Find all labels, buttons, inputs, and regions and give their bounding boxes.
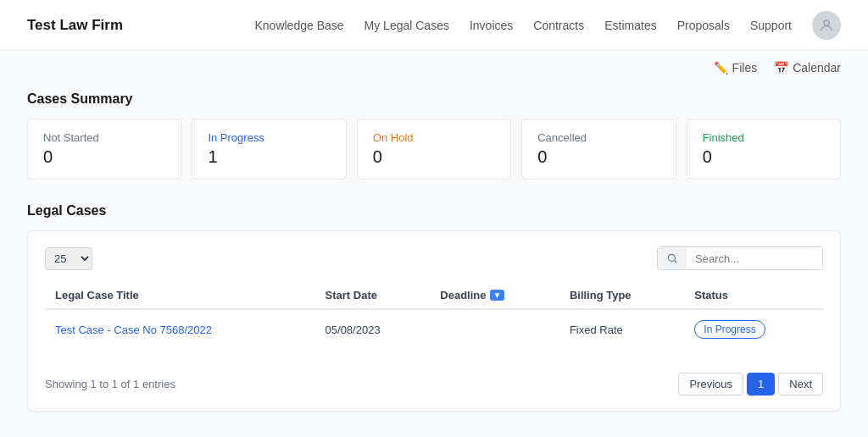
card-in-progress: In Progress 1 bbox=[192, 119, 346, 180]
avatar[interactable] bbox=[812, 11, 841, 40]
table-controls: 25 50 100 bbox=[45, 246, 823, 270]
nav-knowledge-base[interactable]: Knowledge Base bbox=[254, 19, 343, 32]
cell-case-title: Test Case - Case No 7568/2022 bbox=[45, 309, 315, 349]
legal-cases-panel: 25 50 100 bbox=[27, 230, 841, 412]
card-on-hold: On Hold 0 bbox=[357, 119, 511, 180]
th-legal-case-title: Legal Case Title bbox=[45, 282, 315, 309]
th-billing-type: Billing Type bbox=[559, 282, 684, 309]
status-badge: In Progress bbox=[694, 320, 765, 339]
search-input[interactable] bbox=[687, 248, 822, 269]
showing-text: Showing 1 to 1 of 1 entries bbox=[45, 378, 175, 390]
svg-point-1 bbox=[668, 254, 675, 261]
pagination-row: Showing 1 to 1 of 1 entries Previous 1 N… bbox=[45, 364, 823, 396]
search-icon-button[interactable] bbox=[658, 247, 687, 269]
card-finished: Finished 0 bbox=[687, 119, 841, 180]
calendar-button[interactable]: 📅 Calendar bbox=[774, 61, 841, 75]
svg-point-0 bbox=[824, 20, 829, 25]
case-title-link[interactable]: Test Case - Case No 7568/2022 bbox=[55, 324, 212, 336]
cell-status: In Progress bbox=[684, 309, 823, 349]
card-not-started-value: 0 bbox=[43, 147, 165, 167]
card-cancelled-value: 0 bbox=[537, 147, 659, 167]
cases-summary-title: Cases Summary bbox=[27, 91, 841, 107]
card-on-hold-value: 0 bbox=[373, 147, 495, 167]
pagination: Previous 1 Next bbox=[678, 373, 823, 396]
paperclip-icon: ✏️ bbox=[714, 61, 728, 75]
nav-estimates[interactable]: Estimates bbox=[604, 19, 656, 32]
actions-row: ✏️ Files 📅 Calendar bbox=[0, 51, 868, 78]
entries-select[interactable]: 25 50 100 bbox=[45, 247, 92, 270]
next-button[interactable]: Next bbox=[778, 373, 823, 396]
card-on-hold-label: On Hold bbox=[373, 131, 495, 144]
nav-support[interactable]: Support bbox=[750, 19, 792, 32]
card-finished-value: 0 bbox=[703, 147, 825, 167]
cases-summary-section: Cases Summary Not Started 0 In Progress … bbox=[27, 91, 841, 180]
files-button[interactable]: ✏️ Files bbox=[714, 61, 758, 75]
logo: Test Law Firm bbox=[27, 17, 123, 34]
cell-billing-type: Fixed Rate bbox=[559, 309, 684, 349]
summary-cards: Not Started 0 In Progress 1 On Hold 0 Ca… bbox=[27, 119, 841, 180]
card-finished-label: Finished bbox=[703, 131, 825, 144]
nav: Knowledge Base My Legal Cases Invoices C… bbox=[254, 11, 841, 40]
header: Test Law Firm Knowledge Base My Legal Ca… bbox=[0, 0, 868, 51]
nav-invoices[interactable]: Invoices bbox=[470, 19, 513, 32]
page-1-button[interactable]: 1 bbox=[747, 373, 775, 396]
card-in-progress-value: 1 bbox=[208, 147, 330, 167]
th-status: Status bbox=[684, 282, 823, 309]
legal-cases-table: Legal Case Title Start Date Deadline ▼ bbox=[45, 282, 823, 349]
table-row: Test Case - Case No 7568/2022 05/08/2023… bbox=[45, 309, 823, 349]
files-label: Files bbox=[732, 61, 758, 75]
search-icon bbox=[666, 252, 678, 264]
legal-cases-title: Legal Cases bbox=[27, 203, 841, 218]
th-start-date: Start Date bbox=[315, 282, 431, 309]
th-deadline[interactable]: Deadline ▼ bbox=[430, 282, 559, 309]
nav-contracts[interactable]: Contracts bbox=[533, 19, 584, 32]
card-not-started-label: Not Started bbox=[43, 131, 165, 144]
card-not-started: Not Started 0 bbox=[27, 119, 181, 180]
search-box bbox=[657, 246, 823, 270]
nav-my-legal-cases[interactable]: My Legal Cases bbox=[364, 19, 449, 32]
card-cancelled: Cancelled 0 bbox=[521, 119, 676, 180]
sort-icon: ▼ bbox=[490, 290, 505, 301]
svg-line-2 bbox=[675, 261, 677, 263]
legal-cases-section: Legal Cases 25 50 100 bbox=[27, 203, 841, 412]
calendar-label: Calendar bbox=[793, 61, 841, 75]
previous-button[interactable]: Previous bbox=[678, 373, 743, 396]
cell-deadline bbox=[430, 309, 559, 349]
nav-proposals[interactable]: Proposals bbox=[677, 19, 730, 32]
card-in-progress-label: In Progress bbox=[208, 131, 330, 144]
cell-start-date: 05/08/2023 bbox=[315, 309, 431, 349]
card-cancelled-label: Cancelled bbox=[537, 131, 659, 144]
main-content: Cases Summary Not Started 0 In Progress … bbox=[0, 78, 868, 437]
calendar-icon: 📅 bbox=[774, 61, 788, 75]
table-header-row: Legal Case Title Start Date Deadline ▼ bbox=[45, 282, 823, 309]
